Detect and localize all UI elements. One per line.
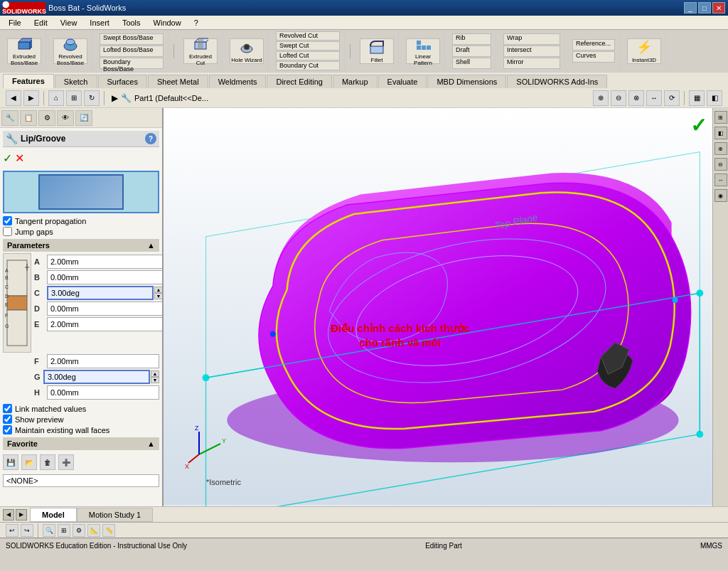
right-icon-4[interactable]: ⊖ — [714, 158, 727, 171]
back-button[interactable]: ◀ — [6, 90, 21, 106]
menu-edit[interactable]: Edit — [28, 17, 53, 28]
param-h-input[interactable] — [47, 385, 159, 400]
fillet-button[interactable]: Fillet — [360, 38, 394, 64]
tab-evaluate[interactable]: Evaluate — [378, 75, 427, 88]
maintain-wall-checkbox[interactable] — [3, 425, 12, 434]
bottom-tool-2[interactable]: ↪ — [21, 524, 33, 537]
maximize-button[interactable]: □ — [698, 2, 711, 14]
tab-motion-study[interactable]: Motion Study 1 — [77, 508, 153, 522]
nav-prev-button[interactable]: ◀ — [3, 509, 14, 521]
rotate-button[interactable]: ↻ — [84, 90, 100, 106]
bottom-tool-7[interactable]: 📏 — [102, 524, 115, 537]
boundary-boss-button[interactable]: Boundary Boss/Base — [100, 58, 164, 69]
forward-button[interactable]: ▶ — [23, 90, 39, 106]
right-icon-3[interactable]: ⊕ — [714, 142, 727, 155]
nav-next-button[interactable]: ▶ — [16, 509, 27, 521]
home-button[interactable]: ⌂ — [48, 90, 64, 106]
ok-button[interactable]: ✓ — [3, 151, 12, 165]
bottom-tool-1[interactable]: ↩ — [6, 524, 18, 537]
tab-model[interactable]: Model — [30, 508, 77, 522]
revolved-cut-button[interactable]: Revolved Cut — [276, 31, 340, 41]
right-icon-5[interactable]: ↔ — [714, 174, 727, 186]
tab-sheet-metal[interactable]: Sheet Metal — [148, 75, 208, 88]
view-icon-3[interactable]: ⊗ — [628, 90, 644, 106]
extruded-boss-button[interactable]: ExtrudedBoss/Base — [7, 38, 41, 64]
minimize-button[interactable]: _ — [684, 2, 697, 14]
tab-direct-editing[interactable]: Direct Editing — [267, 75, 331, 88]
tab-addins[interactable]: SOLIDWORKS Add-Ins — [507, 75, 607, 88]
param-e-input[interactable] — [47, 317, 162, 331]
favorite-section-header[interactable]: Favorite ▲ — [3, 437, 159, 450]
bottom-tool-5[interactable]: ⚙ — [73, 524, 85, 537]
close-button[interactable]: ✕ — [712, 2, 725, 14]
tab-surfaces[interactable]: Surfaces — [98, 75, 147, 88]
menu-help[interactable]: ? — [188, 17, 204, 28]
param-c-input[interactable] — [47, 286, 154, 300]
lofted-cut-button[interactable]: Lofted Cut — [276, 51, 340, 60]
param-g-input[interactable] — [43, 370, 150, 384]
face-selection-box[interactable] — [3, 171, 159, 213]
shell-button[interactable]: Shell — [452, 58, 491, 69]
intersect-button[interactable]: Intersect — [503, 46, 560, 57]
panel-tab-properties[interactable]: 📋 — [20, 110, 37, 126]
menu-file[interactable]: File — [3, 17, 27, 28]
view-icon-5[interactable]: ⟳ — [664, 90, 680, 106]
right-icon-2[interactable]: ◧ — [714, 127, 727, 139]
menu-view[interactable]: View — [55, 17, 83, 28]
mirror-button[interactable]: Mirror — [503, 58, 560, 69]
param-g-down[interactable]: ▼ — [151, 377, 159, 383]
swept-boss-button[interactable]: Swept Boss/Base — [100, 33, 164, 45]
param-b-input[interactable] — [47, 270, 162, 284]
param-c-up[interactable]: ▲ — [154, 287, 162, 293]
bottom-tool-6[interactable]: 📐 — [87, 524, 100, 537]
rib-button[interactable]: Rib — [452, 33, 491, 45]
display-mode-btn[interactable]: ▦ — [689, 90, 705, 106]
tab-mbd[interactable]: MBD Dimensions — [427, 75, 506, 88]
viewport-checkmark[interactable]: ✓ — [690, 114, 707, 137]
view-icon-2[interactable]: ⊖ — [611, 90, 626, 106]
tab-markup[interactable]: Markup — [333, 75, 378, 88]
instant3d-button[interactable]: ⚡ Instant3D — [627, 38, 661, 64]
menu-insert[interactable]: Insert — [84, 17, 115, 28]
param-a-input[interactable] — [47, 255, 162, 269]
window-controls[interactable]: _ □ ✕ — [684, 2, 725, 14]
menu-tools[interactable]: Tools — [117, 17, 146, 28]
extruded-cut-button[interactable]: ExtrudedCut — [183, 38, 218, 64]
viewport[interactable]: Top Plane Điều chỉnh cách kích thước cho… — [164, 108, 728, 506]
lofted-boss-button[interactable]: Lofted Boss/Base — [100, 46, 164, 57]
show-preview-checkbox[interactable] — [3, 415, 12, 424]
swept-cut-button[interactable]: Swept Cut — [276, 41, 340, 50]
parameters-section-header[interactable]: Parameters ▲ — [3, 239, 159, 252]
cancel-button[interactable]: ✕ — [15, 151, 24, 165]
view-icon-1[interactable]: ⊕ — [593, 90, 609, 106]
curves-button[interactable]: Curves — [572, 51, 615, 63]
fav-load-button[interactable]: 📂 — [21, 454, 37, 470]
help-icon[interactable]: ? — [145, 133, 156, 144]
tab-sketch[interactable]: Sketch — [55, 75, 97, 88]
link-matched-checkbox[interactable] — [3, 404, 12, 413]
draft-button[interactable]: Draft — [452, 46, 491, 57]
jump-gaps-checkbox[interactable] — [3, 227, 12, 236]
zoom-fit-button[interactable]: ⊞ — [66, 90, 82, 106]
right-icon-1[interactable]: ⊞ — [714, 111, 727, 124]
panel-tab-motion[interactable]: 🔄 — [75, 110, 92, 126]
menu-window[interactable]: Window — [148, 17, 187, 28]
bottom-tool-4[interactable]: ⊞ — [58, 524, 70, 537]
linear-pattern-button[interactable]: Linear Pattern — [406, 38, 440, 64]
bottom-tool-3[interactable]: 🔍 — [43, 524, 55, 537]
fav-delete-button[interactable]: 🗑 — [40, 454, 55, 470]
right-icon-6[interactable]: ◉ — [714, 189, 727, 202]
panel-tab-display[interactable]: 👁 — [57, 110, 74, 126]
param-f-input[interactable] — [47, 354, 159, 368]
panel-tab-config[interactable]: ⚙ — [38, 110, 55, 126]
reference-button[interactable]: Reference... — [572, 39, 615, 50]
panel-tab-feature[interactable]: 🔧 — [1, 110, 18, 126]
tangent-propagation-checkbox[interactable] — [3, 216, 12, 225]
tab-weldments[interactable]: Weldments — [209, 75, 267, 88]
fav-save-button[interactable]: 💾 — [3, 454, 18, 470]
wrap-button[interactable]: Wrap — [503, 33, 560, 45]
param-g-up[interactable]: ▲ — [151, 370, 159, 377]
fav-add-button[interactable]: ➕ — [58, 454, 74, 470]
boundary-cut-button[interactable]: Boundary Cut — [276, 61, 340, 70]
param-d-input[interactable] — [47, 301, 162, 316]
